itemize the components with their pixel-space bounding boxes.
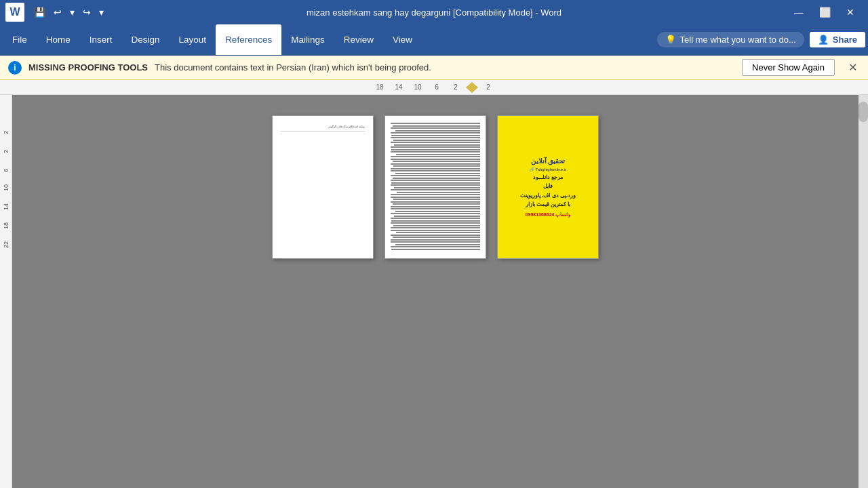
horizontal-ruler: 18 14 10 6 2 2: [0, 80, 868, 95]
vertical-ruler: 2 2 6 10 14 18 22: [0, 95, 12, 488]
advert-title: تحقیق آنلاین: [531, 157, 566, 165]
ruler-num-14: 14: [389, 83, 408, 91]
ruler-num-2b: 2: [479, 83, 498, 91]
share-icon: 👤: [818, 35, 829, 45]
scrollbar-vertical[interactable]: [859, 95, 868, 488]
tab-view[interactable]: View: [383, 24, 422, 55]
notification-bold-text: MISSING PROOFING TOOLS: [28, 62, 148, 73]
vertical-ruler-numbers: 2 2 6 10 14 18 22: [3, 115, 9, 248]
advert-line4: با کمترین قیمت بازار: [520, 200, 576, 209]
tell-me-text: Tell me what you want to do...: [680, 35, 796, 45]
close-button[interactable]: ✕: [838, 3, 863, 22]
ruler-numbers: 18 14 10 6 2 2: [370, 82, 498, 93]
ruler-marker-icon: [466, 82, 478, 93]
ruler-num-10: 10: [408, 83, 427, 91]
minimize-button[interactable]: —: [787, 3, 811, 22]
advert-site: Tahghighonline.ir 🔗: [530, 167, 566, 171]
vruler-18: 18: [3, 210, 9, 229]
vruler-10: 10: [3, 172, 9, 191]
word-icon: W: [5, 3, 24, 22]
title-bar: W 💾 ↩ ▾ ↪ ▾ mizan estehkam sang hay dega…: [0, 0, 868, 24]
undo-dropdown[interactable]: ▾: [67, 5, 77, 19]
share-label: Share: [833, 35, 857, 45]
advert-line1: مرجع دانلـــود: [520, 173, 576, 182]
customize-dropdown[interactable]: ▾: [96, 5, 106, 19]
tell-me-input[interactable]: 💡 Tell me what you want to do...: [657, 32, 804, 47]
notification-message: This document contains text in Persian (…: [155, 62, 431, 73]
redo-button[interactable]: ↪: [80, 5, 94, 19]
pages-row: میزان استحکام سنگ های دگرگونی: [272, 115, 599, 259]
ruler-num-6: 6: [427, 83, 446, 91]
main-area: 2 2 6 10 14 18 22 میزان استحکام سنگ های …: [0, 95, 868, 488]
notification-close-button[interactable]: ✕: [846, 61, 860, 74]
vruler-2b: 2: [3, 134, 9, 153]
never-show-again-button[interactable]: Never Show Again: [742, 59, 835, 76]
undo-button[interactable]: ↩: [51, 5, 64, 19]
vruler-2a: 2: [3, 115, 9, 134]
vruler-6: 6: [3, 153, 9, 172]
restore-button[interactable]: ⬜: [812, 3, 837, 22]
ruler-num-2: 2: [446, 83, 465, 91]
advert-line2: فایل: [520, 182, 576, 191]
advert-body: مرجع دانلـــود فایل ورد-پی دی اف- پاورپو…: [520, 173, 576, 209]
tab-mailings[interactable]: Mailings: [281, 24, 334, 55]
tab-layout[interactable]: Layout: [170, 24, 216, 55]
svg-marker-0: [466, 82, 478, 93]
page-1: میزان استحکام سنگ های دگرگونی: [272, 115, 374, 259]
vruler-22: 22: [3, 229, 9, 248]
document-area[interactable]: میزان استحکام سنگ های دگرگونی: [12, 95, 859, 488]
page-3: تحقیق آنلاین Tahghighonline.ir 🔗 مرجع دا…: [497, 115, 599, 259]
vruler-14: 14: [3, 191, 9, 210]
save-button[interactable]: 💾: [31, 5, 48, 19]
window-controls: — ⬜ ✕: [787, 3, 863, 22]
ruler-num-18: 18: [370, 83, 389, 91]
tab-insert[interactable]: Insert: [80, 24, 122, 55]
tab-home[interactable]: Home: [37, 24, 80, 55]
tab-references[interactable]: References: [216, 24, 281, 55]
ribbon-right: 💡 Tell me what you want to do... 👤 Share: [657, 24, 865, 55]
page1-content: میزان استحکام سنگ های دگرگونی: [273, 116, 373, 137]
page-2: [384, 115, 486, 259]
quick-access-toolbar: W 💾 ↩ ▾ ↪ ▾: [5, 3, 106, 22]
advert-phone: واتساپ 09981366624: [526, 212, 571, 218]
page3-advertisement: تحقیق آنلاین Tahghighonline.ir 🔗 مرجع دا…: [498, 116, 598, 258]
tab-design[interactable]: Design: [122, 24, 170, 55]
notification-bar: i MISSING PROOFING TOOLS This document c…: [0, 56, 868, 80]
advert-line3: ورد-پی دی اف- پاورپوینت: [520, 191, 576, 201]
share-button[interactable]: 👤 Share: [810, 32, 865, 47]
tab-review[interactable]: Review: [334, 24, 383, 55]
tab-file[interactable]: File: [3, 24, 37, 55]
lightbulb-icon: 💡: [665, 35, 676, 45]
window-title: mizan estehkam sang hay degarguni [Compa…: [307, 7, 561, 18]
page2-content: [385, 116, 486, 258]
ribbon: File Home Insert Design Layout Reference…: [0, 24, 868, 56]
notification-icon: i: [8, 61, 22, 75]
